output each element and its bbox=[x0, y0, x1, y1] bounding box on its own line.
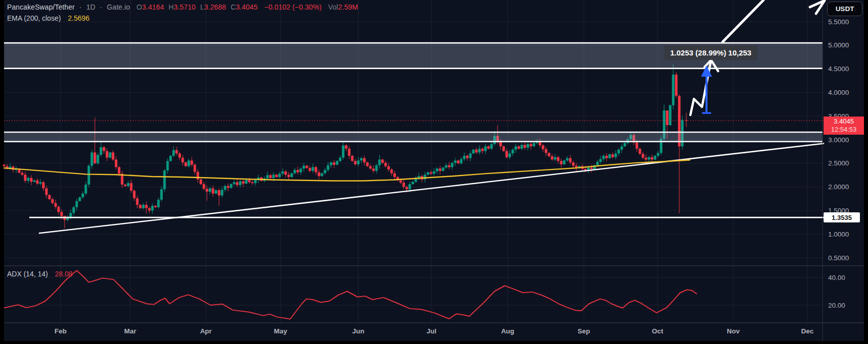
candle-body bbox=[403, 183, 405, 187]
candle-body bbox=[182, 158, 184, 162]
ema-legend-label: EMA (200, close) bbox=[7, 14, 61, 22]
time-axis-month-label[interactable]: Mar bbox=[124, 327, 137, 335]
candle-body bbox=[557, 157, 560, 161]
candle-body bbox=[209, 188, 211, 192]
time-axis-month-label[interactable]: Aug bbox=[501, 327, 514, 335]
price-axis-tick: 5.0000 bbox=[828, 41, 849, 49]
candle-body bbox=[466, 156, 469, 158]
candle-body bbox=[42, 182, 45, 188]
currency-toggle-button[interactable]: USDT bbox=[827, 2, 862, 16]
candle-body bbox=[569, 158, 572, 162]
candle-body bbox=[224, 186, 227, 190]
candle-body bbox=[475, 150, 478, 153]
symbol-legend[interactable]: PancakeSwap/Tether · 1D · Gate.io O3.416… bbox=[7, 3, 358, 11]
candle-body bbox=[566, 158, 569, 161]
adx-axis-tick: 40.00 bbox=[828, 274, 845, 281]
candle-body bbox=[524, 145, 526, 148]
open-label: O bbox=[137, 3, 142, 11]
candle-body bbox=[375, 165, 378, 171]
candle-body bbox=[363, 158, 366, 162]
candle-body bbox=[312, 167, 314, 170]
adx-legend-label: ADX (14, 14) bbox=[7, 270, 48, 278]
volume-value: 2.59M bbox=[338, 3, 358, 11]
candle-body bbox=[127, 183, 130, 186]
candle-body bbox=[412, 182, 414, 184]
measure-tooltip: 1.0253 (28.99%) 10,253 bbox=[664, 45, 757, 60]
candle-body bbox=[596, 162, 599, 165]
candle-body bbox=[48, 195, 51, 199]
time-axis-month-label[interactable]: Jun bbox=[352, 327, 364, 335]
candle-body bbox=[215, 190, 218, 194]
candle-body bbox=[472, 150, 475, 153]
candle-body bbox=[221, 190, 224, 195]
candle-body bbox=[230, 184, 233, 188]
candle-body bbox=[487, 146, 490, 149]
close-label: C bbox=[231, 3, 236, 11]
time-axis-month-label[interactable]: Dec bbox=[801, 327, 814, 335]
candle-body bbox=[227, 186, 230, 188]
candle-body bbox=[94, 152, 96, 163]
candle-body bbox=[612, 154, 614, 157]
time-axis-month-label[interactable]: May bbox=[274, 327, 288, 335]
time-axis-month-label[interactable]: Apr bbox=[200, 327, 212, 335]
candle-body bbox=[55, 203, 57, 206]
price-axis-tick: 2.5000 bbox=[828, 159, 849, 167]
trading-app-window: 5.50005.00004.50004.00003.50003.00002.50… bbox=[0, 0, 868, 344]
candle-body bbox=[327, 165, 330, 170]
candle-body bbox=[151, 206, 154, 210]
candle-body bbox=[167, 161, 169, 170]
candle-body bbox=[491, 144, 493, 148]
candle-body bbox=[545, 149, 548, 153]
time-axis-month-label[interactable]: Jul bbox=[426, 327, 437, 335]
candle-body bbox=[382, 159, 384, 163]
candle-body bbox=[248, 180, 251, 183]
candle-body bbox=[354, 161, 357, 164]
candle-body bbox=[606, 156, 608, 158]
candle-body bbox=[527, 144, 529, 147]
time-axis-month-label[interactable]: Nov bbox=[727, 327, 740, 335]
candle-body bbox=[242, 181, 245, 184]
ema-legend-value: 2.5696 bbox=[68, 14, 90, 22]
last-price-axis-label[interactable]: 3.4045 12:54:53 bbox=[824, 117, 864, 135]
candle-body bbox=[430, 173, 432, 174]
candle-body bbox=[618, 150, 620, 153]
candle-body bbox=[484, 146, 487, 151]
price-axis-tick: 5.5000 bbox=[828, 18, 849, 26]
candle-body bbox=[306, 165, 308, 168]
adx-legend[interactable]: ADX (14, 14) 28.08 bbox=[7, 270, 73, 278]
candle-body bbox=[657, 153, 660, 156]
candle-body bbox=[70, 213, 72, 217]
support-level-axis-label[interactable]: 1.3535 bbox=[824, 212, 860, 222]
candle-body bbox=[218, 190, 221, 195]
candle-body bbox=[303, 165, 305, 168]
candle-body bbox=[97, 155, 99, 163]
candle-body bbox=[39, 182, 42, 184]
candle-body bbox=[672, 75, 675, 105]
candle-body bbox=[360, 158, 363, 161]
time-axis-month-label[interactable]: Oct bbox=[652, 327, 664, 335]
candle-body bbox=[521, 145, 523, 148]
time-axis-month-label[interactable]: Feb bbox=[55, 327, 67, 335]
candle-body bbox=[324, 170, 327, 174]
candle-body bbox=[400, 180, 402, 183]
candle-body bbox=[191, 160, 193, 164]
candle-body bbox=[245, 180, 248, 184]
candle-body bbox=[603, 156, 605, 159]
candle-body bbox=[675, 75, 678, 96]
ema-legend[interactable]: EMA (200, close) 2.5696 bbox=[7, 14, 89, 22]
candle-body bbox=[503, 146, 505, 151]
candle-body bbox=[336, 161, 339, 164]
candle-body bbox=[624, 143, 626, 147]
time-axis-month-label[interactable]: Sep bbox=[578, 327, 590, 335]
candle-body bbox=[124, 185, 127, 186]
candle-body bbox=[445, 165, 448, 168]
candle-body bbox=[288, 175, 290, 177]
candle-body bbox=[609, 154, 611, 158]
candle-body bbox=[269, 175, 272, 178]
candle-body bbox=[669, 105, 672, 125]
candle-body bbox=[318, 173, 320, 176]
candle-body bbox=[254, 180, 257, 184]
candle-body bbox=[339, 158, 342, 161]
candle-body bbox=[136, 198, 139, 205]
low-label: L bbox=[200, 3, 204, 11]
